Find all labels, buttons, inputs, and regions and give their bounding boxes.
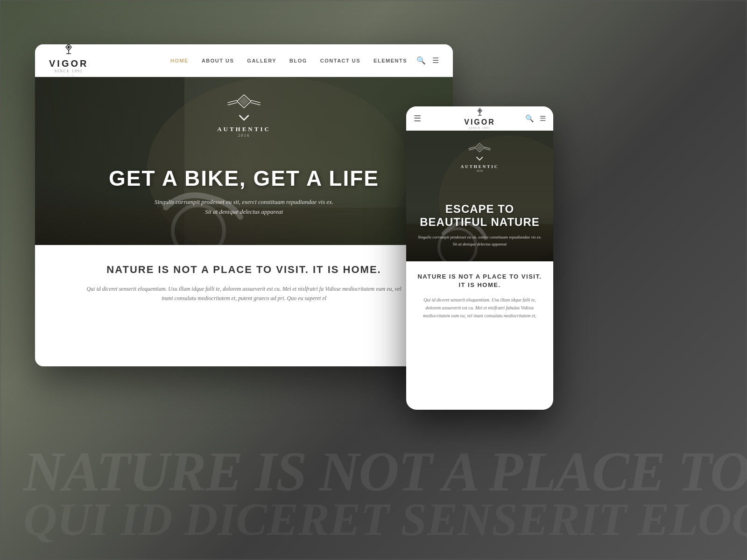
mobile-search-icon[interactable]: 🔍 bbox=[525, 114, 534, 123]
svg-line-13 bbox=[251, 103, 261, 105]
mobile-hero-badge: AUTHENTIC 2016 bbox=[461, 140, 499, 173]
desktop-hero-subtitle: Singulis corrumpit prodesset eu sit, exe… bbox=[63, 197, 425, 217]
logo-icon bbox=[62, 44, 75, 57]
svg-line-26 bbox=[469, 148, 475, 150]
mobile-content-section: NATURE IS NOT A PLACE TO VISIT. IT IS HO… bbox=[406, 261, 553, 331]
desktop-hero-title: GET A BIKE, GET A LIFE bbox=[63, 166, 425, 191]
nav-home[interactable]: HOME bbox=[170, 58, 189, 63]
desktop-navbar: VIGOR SINCE 1991 · · · HOME ABOUT US GAL… bbox=[35, 44, 453, 77]
svg-line-10 bbox=[228, 100, 237, 103]
hero-badge: AUTHENTIC 2016 bbox=[217, 91, 271, 138]
mobile-hero-title: ESCAPE TO BEAUTIFUL NATURE bbox=[416, 203, 544, 230]
logo-subtitle: SINCE 1991 bbox=[55, 69, 83, 73]
mobile-content-title: NATURE IS NOT A PLACE TO VISIT. IT IS HO… bbox=[416, 273, 544, 289]
svg-marker-19 bbox=[479, 109, 480, 112]
mobile-hero-badge-year: 2016 bbox=[461, 169, 499, 173]
nav-gallery[interactable]: GALLERY bbox=[247, 58, 276, 63]
desktop-content-text: Qui id diceret senserit eloquentiam. Usu… bbox=[81, 284, 408, 303]
desktop-hero: AUTHENTIC 2016 GET A BIKE, GET A LIFE Si… bbox=[35, 77, 453, 245]
mobile-hero-badge-label: AUTHENTIC bbox=[461, 164, 499, 169]
nav-contact[interactable]: CONTACT US bbox=[320, 58, 360, 63]
desktop-nav-links: HOME ABOUT US GALLERY BLOG CONTACT US EL… bbox=[170, 58, 407, 63]
nav-blog[interactable]: BLOG bbox=[289, 58, 307, 63]
mobile-hero-content: ESCAPE TO BEAUTIFUL NATURE Singulis corr… bbox=[406, 203, 553, 247]
mobile-hero-subtitle: Singulis corrumpit prodesset eu sit, exe… bbox=[416, 234, 544, 247]
desktop-content-section: NATURE IS NOT A PLACE TO VISIT. IT IS HO… bbox=[35, 245, 453, 322]
mobile-logo-icon bbox=[475, 108, 485, 118]
mobile-logo-subtitle: SINCE 1991 bbox=[469, 126, 491, 129]
mobile-nav-icons: 🔍 ☰ bbox=[525, 114, 546, 123]
desktop-content-title: NATURE IS NOT A PLACE TO VISIT. IT IS HO… bbox=[63, 264, 425, 276]
svg-line-25 bbox=[469, 147, 475, 148]
mobile-menu-icon[interactable]: ☰ bbox=[540, 114, 546, 123]
desktop-mockup: VIGOR SINCE 1991 · · · HOME ABOUT US GAL… bbox=[35, 44, 453, 366]
mobile-mockup: ☰ VIGOR SINCE 1991 🔍 ☰ bbox=[406, 106, 553, 410]
svg-line-11 bbox=[228, 103, 237, 105]
search-icon[interactable]: 🔍 bbox=[416, 56, 426, 65]
mobile-navbar: ☰ VIGOR SINCE 1991 🔍 ☰ bbox=[406, 106, 553, 131]
desktop-nav-icons: 🔍 ☰ bbox=[416, 56, 439, 65]
svg-line-12 bbox=[251, 100, 261, 103]
mobile-logo[interactable]: VIGOR SINCE 1991 bbox=[464, 108, 495, 129]
logo-text: VIGOR bbox=[49, 58, 88, 69]
svg-line-27 bbox=[484, 147, 490, 148]
mobile-logo-text: VIGOR bbox=[464, 118, 495, 126]
menu-icon[interactable]: ☰ bbox=[432, 56, 439, 65]
background-text-small: Qui id diceret senserit eloquentiam. Usu… bbox=[23, 492, 747, 546]
svg-line-28 bbox=[484, 148, 490, 150]
nav-about[interactable]: ABOUT US bbox=[202, 58, 234, 63]
desktop-hero-content: GET A BIKE, GET A LIFE Singulis corrumpi… bbox=[35, 166, 453, 217]
desktop-logo[interactable]: VIGOR SINCE 1991 · · · bbox=[49, 44, 88, 77]
mobile-content-text: Qui id diceret senserit eloquentiam. Usu… bbox=[416, 296, 544, 320]
mobile-hamburger-icon[interactable]: ☰ bbox=[414, 113, 421, 124]
nav-elements[interactable]: ELEMENTS bbox=[374, 58, 407, 63]
mobile-hero: AUTHENTIC 2016 ESCAPE TO BEAUTIFUL NATUR… bbox=[406, 131, 553, 261]
svg-marker-3 bbox=[67, 45, 70, 49]
hero-badge-label: AUTHENTIC bbox=[217, 126, 271, 133]
hero-badge-year: 2016 bbox=[217, 133, 271, 138]
